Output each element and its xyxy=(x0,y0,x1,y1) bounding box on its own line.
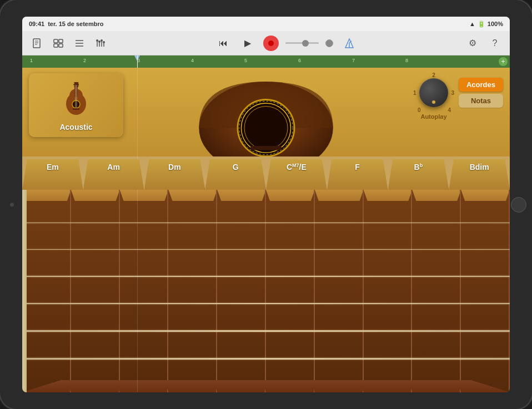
svg-rect-30 xyxy=(73,108,79,110)
knob-number-3: 3 xyxy=(451,90,454,96)
content-area: Acoustic xyxy=(22,68,510,392)
guitar-icon xyxy=(57,79,96,118)
help-button[interactable]: ? xyxy=(485,35,504,52)
fret-bottom-decoration xyxy=(22,380,510,392)
side-button xyxy=(10,203,14,206)
chord-button-dm[interactable]: Dm xyxy=(144,159,205,190)
tempo-slider[interactable] xyxy=(285,42,319,44)
guitar-nut xyxy=(22,190,27,392)
notes-mode-button[interactable]: Notas xyxy=(459,94,503,108)
chord-button-bdim[interactable]: Bdim xyxy=(449,159,510,190)
chord-button-em[interactable]: Em xyxy=(22,159,83,190)
autoplay-label: Autoplay xyxy=(420,113,446,120)
eq-button[interactable] xyxy=(91,35,110,52)
wifi-icon: ▲ xyxy=(469,21,475,27)
knob-number-0: 0 xyxy=(418,107,421,113)
ruler-mark-8: 8 xyxy=(405,58,408,63)
view-toggle-button[interactable] xyxy=(49,35,68,52)
battery-icon: 🔋 xyxy=(478,21,485,28)
svg-point-34 xyxy=(78,85,81,87)
chord-button-cm7e[interactable]: CM7/E xyxy=(266,159,327,190)
fretboard[interactable] xyxy=(22,190,510,392)
chords-mode-button[interactable]: Acordes xyxy=(459,78,503,92)
svg-rect-6 xyxy=(54,44,58,47)
ipad-frame: 09:41 ter. 15 de setembro ▲ 🔋 100% xyxy=(0,0,532,409)
svg-rect-4 xyxy=(54,39,58,43)
svg-rect-7 xyxy=(59,44,63,47)
svg-point-33 xyxy=(72,85,74,87)
home-button[interactable] xyxy=(511,197,526,213)
string-2-b[interactable] xyxy=(22,249,510,250)
rewind-button[interactable]: ⏮ xyxy=(214,36,232,51)
svg-point-16 xyxy=(98,41,101,43)
svg-point-17 xyxy=(101,39,103,42)
chord-button-g[interactable]: G xyxy=(205,159,266,190)
knob-number-1: 1 xyxy=(413,90,416,96)
tracks-list-button[interactable] xyxy=(70,35,89,52)
string-1-high-e[interactable] xyxy=(22,223,510,224)
autoplay-knob[interactable] xyxy=(419,78,448,107)
chord-button-bb[interactable]: Bb xyxy=(388,159,449,190)
autoplay-knob-wrapper: 2 1 3 0 4 xyxy=(414,73,453,112)
knob-number-4: 4 xyxy=(448,107,451,113)
record-button[interactable] xyxy=(263,36,279,51)
status-bar: 09:41 ter. 15 de setembro ▲ 🔋 100% xyxy=(22,17,510,31)
string-4-d[interactable] xyxy=(22,303,510,305)
play-button[interactable]: ▶ xyxy=(239,36,257,51)
mode-buttons: Acordes Notas xyxy=(459,78,503,108)
chord-button-f[interactable]: F xyxy=(327,159,388,190)
new-track-button[interactable] xyxy=(28,35,47,52)
toolbar: ⏮ ▶ xyxy=(22,31,510,55)
ruler-mark-2: 2 xyxy=(83,58,86,63)
autoplay-knob-area: 2 1 3 0 4 Autoplay xyxy=(414,73,453,120)
svg-rect-0 xyxy=(33,39,40,48)
svg-rect-5 xyxy=(59,39,63,43)
guitar-top-section: Acoustic xyxy=(22,68,510,156)
ruler-mark-7: 7 xyxy=(352,58,355,63)
svg-point-31 xyxy=(72,82,74,84)
string-3-g[interactable] xyxy=(22,276,510,277)
svg-point-32 xyxy=(78,82,81,84)
metronome-button[interactable] xyxy=(340,35,359,52)
instrument-name: Acoustic xyxy=(59,123,92,132)
chords-row: Em Am Dm G CM7/E F Bb Bdim xyxy=(22,156,510,190)
chord-button-am[interactable]: Am xyxy=(83,159,144,190)
autoplay-section: 2 1 3 0 4 Autoplay Acordes xyxy=(414,73,503,120)
knob-number-2: 2 xyxy=(432,72,435,78)
screen: 09:41 ter. 15 de setembro ▲ 🔋 100% xyxy=(22,17,510,392)
svg-point-18 xyxy=(103,41,105,43)
instrument-tile[interactable]: Acoustic xyxy=(29,73,123,137)
string-5-a[interactable] xyxy=(22,330,510,332)
settings-button[interactable]: ⚙ xyxy=(463,35,482,52)
svg-point-15 xyxy=(96,39,98,42)
ruler-mark-1: 1 xyxy=(30,58,33,63)
battery-percent: 100% xyxy=(488,21,503,27)
level-indicator xyxy=(325,39,333,47)
string-6-low-e[interactable] xyxy=(22,358,510,360)
status-date: ter. 15 de setembro xyxy=(48,21,103,27)
timeline-ruler: 1 2 3 4 5 6 7 8 xyxy=(22,55,510,68)
ruler-mark-5: 5 xyxy=(244,58,247,63)
svg-rect-41 xyxy=(250,146,282,150)
timeline: 1 2 3 4 5 6 7 8 + xyxy=(22,55,510,68)
add-track-button[interactable]: + xyxy=(499,57,508,66)
guitar-soundhole-area xyxy=(194,68,338,156)
ruler-mark-6: 6 xyxy=(298,58,301,63)
ruler-mark-4: 4 xyxy=(191,58,194,63)
strings-container xyxy=(22,190,510,392)
status-time: 09:41 xyxy=(29,21,44,27)
